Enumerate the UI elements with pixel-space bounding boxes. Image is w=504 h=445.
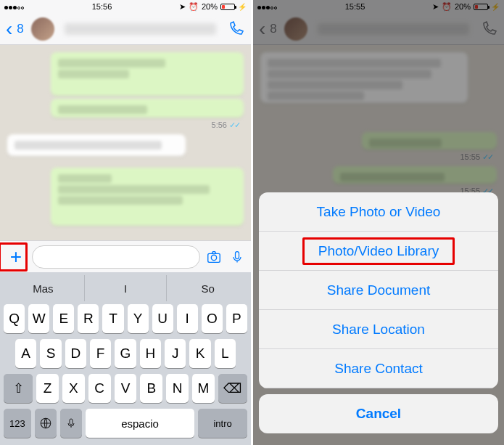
key-row: A S D F G H J K L — [2, 336, 249, 371]
sheet-cancel[interactable]: Cancel — [259, 394, 498, 433]
sheet-share-contact[interactable]: Share Contact — [259, 349, 498, 388]
sheet-share-document[interactable]: Share Document — [259, 271, 498, 310]
key-j[interactable]: J — [165, 339, 186, 368]
sheet-take-photo[interactable]: Take Photo or Video — [259, 192, 498, 232]
key-z[interactable]: Z — [36, 374, 59, 403]
chat-header: ‹ 8 — [0, 13, 251, 45]
message-out[interactable] — [51, 52, 244, 96]
status-time: 15:56 — [92, 2, 112, 11]
battery-percent: 20% — [202, 2, 218, 11]
keyboard: Mas I So Q W E R T Y U I O P A S D F G H… — [0, 272, 251, 445]
alarm-icon: ⏰ — [189, 2, 199, 12]
message-input-bar: + — [0, 240, 251, 272]
key-row: ⇧ Z X C V B N M ⌫ — [2, 371, 249, 406]
key-n[interactable]: N — [166, 374, 189, 403]
keyboard-suggestions: Mas I So — [2, 275, 249, 301]
key-f[interactable]: F — [90, 339, 111, 368]
key-v[interactable]: V — [115, 374, 137, 403]
key-globe[interactable] — [35, 409, 57, 438]
key-u[interactable]: U — [152, 304, 173, 333]
key-return[interactable]: intro — [198, 409, 247, 438]
message-text-input[interactable] — [32, 245, 200, 269]
phone-right: 15:55 ➤ ⏰ 20% ⚡ ‹ 8 15:55✓✓ 15:55✓✓ Take… — [253, 0, 504, 445]
key-a[interactable]: A — [15, 339, 36, 368]
action-sheet: Take Photo or Video Photo/Video Library … — [259, 192, 498, 439]
action-sheet-cancel-group: Cancel — [259, 394, 498, 433]
phone-left: 15:56 ➤ ⏰ 20% ⚡ ‹ 8 5:56✓✓ + — [0, 0, 251, 445]
key-t[interactable]: T — [102, 304, 123, 333]
key-r[interactable]: R — [78, 304, 99, 333]
svg-point-1 — [211, 255, 216, 260]
key-dictate[interactable] — [60, 409, 82, 438]
message-timestamp: 5:56✓✓ — [7, 121, 239, 130]
back-chevron-icon[interactable]: ‹ — [6, 19, 12, 39]
key-p[interactable]: P — [226, 304, 247, 333]
mic-icon[interactable] — [228, 250, 247, 264]
charging-icon: ⚡ — [238, 3, 247, 11]
key-q[interactable]: Q — [4, 304, 25, 333]
key-space[interactable]: espacio — [86, 409, 194, 438]
sheet-share-location[interactable]: Share Location — [259, 310, 498, 349]
call-icon[interactable] — [226, 20, 245, 38]
action-sheet-options: Take Photo or Video Photo/Video Library … — [259, 192, 498, 388]
suggestion-2[interactable]: I — [85, 275, 168, 301]
key-numbers[interactable]: 123 — [4, 409, 31, 438]
svg-rect-2 — [236, 251, 239, 258]
message-out[interactable] — [51, 168, 244, 226]
location-icon: ➤ — [179, 2, 186, 12]
message-out[interactable] — [51, 99, 244, 118]
key-row: 123 espacio intro — [2, 406, 249, 441]
key-x[interactable]: X — [62, 374, 85, 403]
key-k[interactable]: K — [189, 339, 210, 368]
battery-icon — [220, 4, 235, 10]
key-delete[interactable]: ⌫ — [218, 374, 247, 403]
chat-area: 5:56✓✓ — [0, 45, 251, 240]
key-m[interactable]: M — [192, 374, 215, 403]
suggestion-3[interactable]: So — [167, 275, 249, 301]
message-in[interactable] — [7, 134, 186, 156]
key-l[interactable]: L — [215, 339, 236, 368]
key-g[interactable]: G — [115, 339, 136, 368]
key-o[interactable]: O — [202, 304, 223, 333]
suggestion-1[interactable]: Mas — [2, 275, 85, 301]
key-s[interactable]: S — [40, 339, 61, 368]
contact-name[interactable] — [65, 23, 216, 35]
camera-icon[interactable] — [205, 249, 223, 265]
attach-plus-button[interactable]: + — [4, 245, 28, 269]
svg-rect-4 — [70, 419, 73, 425]
key-e[interactable]: E — [53, 304, 74, 333]
back-count[interactable]: 8 — [17, 22, 23, 36]
status-bar: 15:56 ➤ ⏰ 20% ⚡ — [0, 0, 251, 13]
key-h[interactable]: H — [140, 339, 161, 368]
signal-dots-icon — [4, 2, 25, 11]
read-ticks-icon: ✓✓ — [229, 121, 239, 129]
sheet-photo-library[interactable]: Photo/Video Library — [259, 232, 498, 271]
avatar[interactable] — [31, 17, 54, 41]
key-c[interactable]: C — [88, 374, 111, 403]
key-w[interactable]: W — [28, 304, 49, 333]
key-b[interactable]: B — [140, 374, 162, 403]
key-i[interactable]: I — [177, 304, 198, 333]
key-y[interactable]: Y — [128, 304, 149, 333]
key-row: Q W E R T Y U I O P — [2, 301, 249, 336]
key-d[interactable]: D — [65, 339, 86, 368]
key-shift[interactable]: ⇧ — [4, 374, 33, 403]
